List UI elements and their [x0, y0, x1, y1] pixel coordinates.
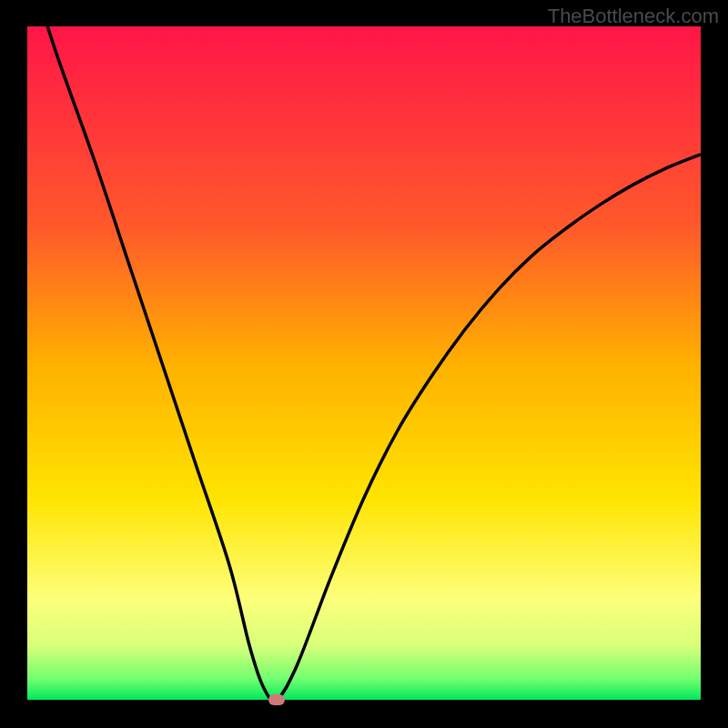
chart-frame [27, 26, 701, 700]
watermark-text: TheBottleneck.com [548, 5, 719, 28]
optimal-point-marker [268, 694, 285, 705]
bottleneck-curve [27, 26, 701, 700]
